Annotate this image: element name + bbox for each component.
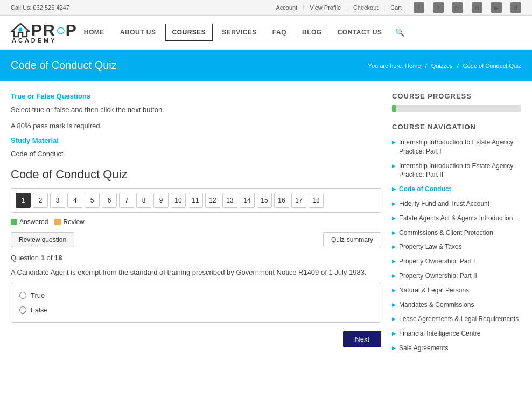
nav-item-label: Fidelity Fund and Trust Account xyxy=(399,199,489,208)
next-button-row: Next xyxy=(11,331,381,347)
nav-item-label: Internship Introduction to Estate Agency… xyxy=(399,162,521,180)
question-nav-btn-14[interactable]: 14 xyxy=(240,193,255,208)
question-nav-btn-1[interactable]: 1 xyxy=(16,193,31,208)
breadcrumb: You are here: Home / Quizzes / Code of C… xyxy=(368,62,521,69)
sidebar-nav-item-12[interactable]: ▶Financial Intelligence Centre xyxy=(392,326,521,341)
question-nav-btn-8[interactable]: 8 xyxy=(136,193,151,208)
nav-services[interactable]: SERVICES xyxy=(215,24,263,40)
question-info: Question 1 of 18 xyxy=(11,254,381,262)
divider1: | xyxy=(303,4,304,11)
main-layout: True or False Questions Select true or f… xyxy=(0,81,532,366)
nav-item-label: Natural & Legal Persons xyxy=(399,286,469,295)
nav-arrow-icon: ▶ xyxy=(392,215,396,222)
sidebar: COURSE PROGRESS COURSE NAVIGATION ▶Inter… xyxy=(392,92,521,356)
view-profile-link[interactable]: View Profile xyxy=(310,4,341,11)
pass-mark-text: A 80% pass mark is required. xyxy=(11,121,381,131)
search-icon[interactable]: 🔍 xyxy=(391,24,409,41)
nav-courses[interactable]: COURSES xyxy=(165,24,213,41)
breadcrumb-banner: Code of Conduct Quiz You are here: Home … xyxy=(0,50,532,81)
sidebar-nav-item-6[interactable]: ▶Property Law & Taxes xyxy=(392,240,521,254)
phone-number: Call Us: 032 525 4247 xyxy=(11,4,69,11)
option-false-label: False xyxy=(31,306,48,314)
option-false[interactable]: False xyxy=(19,306,373,314)
checkout-link[interactable]: Checkout xyxy=(353,4,378,11)
cart-link[interactable]: Cart xyxy=(390,4,402,11)
option-true[interactable]: True xyxy=(19,291,373,299)
sidebar-nav-item-4[interactable]: ▶Estate Agents Act & Agents Introduction xyxy=(392,211,521,226)
facebook-icon[interactable]: f xyxy=(414,2,424,13)
question-nav-btn-4[interactable]: 4 xyxy=(67,193,82,208)
question-nav-btn-12[interactable]: 12 xyxy=(205,193,220,208)
legend-review: Review xyxy=(54,218,84,226)
nav-arrow-icon: ▶ xyxy=(392,273,396,280)
nav-arrow-icon: ▶ xyxy=(392,139,396,146)
logo-prop: PR○P xyxy=(11,21,78,39)
top-bar: Call Us: 032 525 4247 Account | View Pro… xyxy=(0,0,532,16)
progress-bar-background xyxy=(392,105,521,112)
question-nav-btn-9[interactable]: 9 xyxy=(153,193,169,208)
nav-home[interactable]: HOME xyxy=(78,24,111,40)
sidebar-nav-item-8[interactable]: ▶Property Ownership: Part II xyxy=(392,269,521,283)
account-link[interactable]: Account xyxy=(276,4,298,11)
question-nav-btn-18[interactable]: 18 xyxy=(309,193,324,208)
sidebar-nav-item-5[interactable]: ▶Commissions & Client Protection xyxy=(392,226,521,240)
breadcrumb-current: Code of Conduct Quiz xyxy=(463,62,521,69)
googleplus-icon[interactable]: g+ xyxy=(452,2,463,13)
sidebar-nav-item-10[interactable]: ▶Mandates & Commissions xyxy=(392,298,521,312)
section-title: True or False Questions xyxy=(11,92,381,100)
nav-arrow-icon: ▶ xyxy=(392,345,396,352)
youtube-icon[interactable]: ▶ xyxy=(491,2,502,13)
question-nav-btn-16[interactable]: 16 xyxy=(274,193,289,208)
sidebar-nav-item-9[interactable]: ▶Natural & Legal Persons xyxy=(392,283,521,298)
sidebar-nav-item-13[interactable]: ▶Sale Agreements xyxy=(392,341,521,356)
sidebar-nav-item-0[interactable]: ▶Internship Introduction to Estate Agenc… xyxy=(392,135,521,159)
next-button[interactable]: Next xyxy=(343,331,381,347)
question-nav-btn-2[interactable]: 2 xyxy=(33,193,48,208)
question-nav-btn-7[interactable]: 7 xyxy=(119,193,134,208)
divider2: | xyxy=(346,4,348,11)
breadcrumb-quizzes[interactable]: Quizzes xyxy=(431,62,453,69)
nav-item-label: Financial Intelligence Centre xyxy=(399,329,480,338)
question-text: A Candidate Agent is exempt from the sta… xyxy=(11,267,381,278)
nav-arrow-icon: ▶ xyxy=(392,163,396,170)
sidebar-nav-item-1[interactable]: ▶Internship Introduction to Estate Agenc… xyxy=(392,159,521,183)
nav-about[interactable]: ABOUT US xyxy=(114,24,163,40)
question-nav-btn-10[interactable]: 10 xyxy=(171,193,186,208)
question-nav-btn-17[interactable]: 17 xyxy=(291,193,306,208)
course-nav-items: ▶Internship Introduction to Estate Agenc… xyxy=(392,135,521,356)
sidebar-nav-item-2[interactable]: ▶Code of Conduct xyxy=(392,182,521,197)
pinterest-icon[interactable]: p xyxy=(510,2,521,13)
question-label: Question xyxy=(11,254,39,262)
question-nav-btn-5[interactable]: 5 xyxy=(85,193,100,208)
question-nav-btn-11[interactable]: 11 xyxy=(188,193,203,208)
current-question-num: 1 xyxy=(41,254,47,262)
quiz-summary-button[interactable]: Quiz-summary xyxy=(323,232,381,247)
nav-item-label: Property Law & Taxes xyxy=(399,242,462,252)
radio-false[interactable] xyxy=(19,306,26,314)
linkedin-icon[interactable]: in xyxy=(472,2,482,13)
sidebar-nav-item-7[interactable]: ▶Property Ownership: Part I xyxy=(392,254,521,269)
nav-faq[interactable]: FAQ xyxy=(266,24,293,40)
nav-contact[interactable]: CONTACT US xyxy=(331,24,389,40)
question-nav-btn-6[interactable]: 6 xyxy=(102,193,117,208)
nav-blog[interactable]: BLOG xyxy=(296,24,328,40)
question-nav-btn-15[interactable]: 15 xyxy=(257,193,272,208)
review-question-button[interactable]: Review question xyxy=(11,232,74,247)
nav-item-label: Property Ownership: Part I xyxy=(399,257,475,266)
nav-arrow-icon: ▶ xyxy=(392,287,396,294)
nav-item-label: Estate Agents Act & Agents Introduction xyxy=(399,214,513,223)
question-nav-btn-3[interactable]: 3 xyxy=(50,193,65,208)
radio-true[interactable] xyxy=(19,292,26,299)
logo[interactable]: PR○P ACADEMY xyxy=(11,21,78,44)
sidebar-nav-item-3[interactable]: ▶Fidelity Fund and Trust Account xyxy=(392,197,521,211)
nav-item-label: Mandates & Commissions xyxy=(399,301,474,310)
legend: Answered Review xyxy=(11,218,381,226)
breadcrumb-home[interactable]: Home xyxy=(405,62,421,69)
twitter-icon[interactable]: t xyxy=(433,2,444,13)
nav-item-label: Lease Agreements & Legal Requirements xyxy=(399,315,519,324)
progress-bar-fill xyxy=(392,105,396,112)
sidebar-nav-item-11[interactable]: ▶Lease Agreements & Legal Requirements xyxy=(392,312,521,326)
question-nav-btn-13[interactable]: 13 xyxy=(222,193,237,208)
quiz-title: Code of Conduct Quiz xyxy=(11,168,381,182)
instruction-text: Select true or false and then click the … xyxy=(11,105,381,115)
